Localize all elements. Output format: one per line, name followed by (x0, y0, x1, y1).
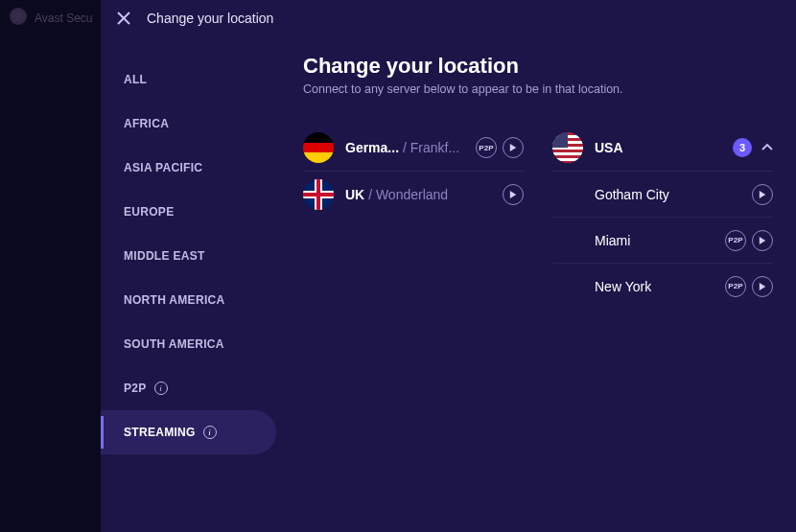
connect-button[interactable] (503, 184, 524, 205)
server-row-usa[interactable]: USA 3 (552, 125, 773, 171)
server-name: Germa... / Frankf... (345, 140, 470, 155)
content-title: Change your location (303, 54, 773, 79)
server-row-germany[interactable]: Germa... / Frankf... P2P (303, 125, 524, 171)
app-background: Avast Secu (0, 0, 101, 532)
content-subtitle: Connect to any server below to appear to… (303, 82, 773, 96)
flag-germany-icon (303, 132, 334, 163)
region-sidebar: ALL AFRICA ASIA PACIFIC EUROPE MIDDLE EA… (101, 36, 288, 532)
server-columns: Germa... / Frankf... P2P UK / Wonderland (303, 125, 773, 309)
connect-button[interactable] (503, 137, 524, 158)
flag-usa-icon (552, 132, 583, 163)
info-icon[interactable]: i (203, 426, 217, 439)
sidebar-item-label: NORTH AMERICA (124, 293, 224, 307)
sidebar-item-p2p[interactable]: P2P i (101, 366, 288, 410)
server-name: USA (595, 140, 727, 155)
p2p-badge: P2P (725, 230, 746, 251)
sidebar-item-middle-east[interactable]: MIDDLE EAST (101, 234, 288, 278)
sidebar-item-asia-pacific[interactable]: ASIA PACIFIC (101, 146, 288, 190)
server-column-left: Germa... / Frankf... P2P UK / Wonderland (303, 125, 524, 309)
city-name: Gotham City (595, 187, 746, 202)
sidebar-item-label: EUROPE (124, 205, 174, 219)
flag-uk-icon (303, 179, 334, 210)
sidebar-item-label: P2P (124, 382, 147, 395)
app-logo-icon (10, 8, 27, 25)
city-name: Miami (595, 233, 719, 248)
server-city-newyork[interactable]: New York P2P (552, 263, 773, 309)
sidebar-item-streaming[interactable]: STREAMING i (101, 410, 276, 454)
sidebar-item-north-america[interactable]: NORTH AMERICA (101, 278, 288, 322)
city-name: New York (595, 279, 719, 294)
location-panel: Change your location ALL AFRICA ASIA PAC… (101, 0, 796, 532)
sidebar-item-africa[interactable]: AFRICA (101, 102, 288, 146)
content-area: Change your location Connect to any serv… (288, 36, 796, 532)
server-column-right: USA 3 Gotham City Miami P2P New Yor (552, 125, 773, 309)
sidebar-item-all[interactable]: ALL (101, 58, 288, 102)
connect-button[interactable] (752, 276, 773, 297)
panel-header: Change your location (101, 0, 796, 36)
server-city-miami[interactable]: Miami P2P (552, 217, 773, 263)
sidebar-item-label: STREAMING (124, 426, 196, 439)
p2p-badge: P2P (476, 137, 497, 158)
sidebar-item-label: ALL (124, 73, 147, 86)
close-icon[interactable] (110, 5, 137, 32)
sidebar-item-label: SOUTH AMERICA (124, 337, 224, 351)
server-city-gotham[interactable]: Gotham City (552, 171, 773, 217)
server-name: UK / Wonderland (345, 187, 497, 202)
info-icon[interactable]: i (154, 382, 168, 395)
chevron-up-icon[interactable] (761, 144, 773, 151)
connect-button[interactable] (752, 230, 773, 251)
app-name: Avast Secu (35, 12, 92, 25)
p2p-badge: P2P (725, 276, 746, 297)
sidebar-item-europe[interactable]: EUROPE (101, 190, 288, 234)
city-count-badge: 3 (733, 138, 752, 157)
sidebar-item-label: MIDDLE EAST (124, 249, 205, 263)
panel-title: Change your location (147, 11, 273, 26)
sidebar-item-label: AFRICA (124, 117, 169, 130)
server-row-uk[interactable]: UK / Wonderland (303, 171, 524, 217)
sidebar-item-south-america[interactable]: SOUTH AMERICA (101, 322, 288, 366)
connect-button[interactable] (752, 184, 773, 205)
sidebar-item-label: ASIA PACIFIC (124, 161, 202, 174)
